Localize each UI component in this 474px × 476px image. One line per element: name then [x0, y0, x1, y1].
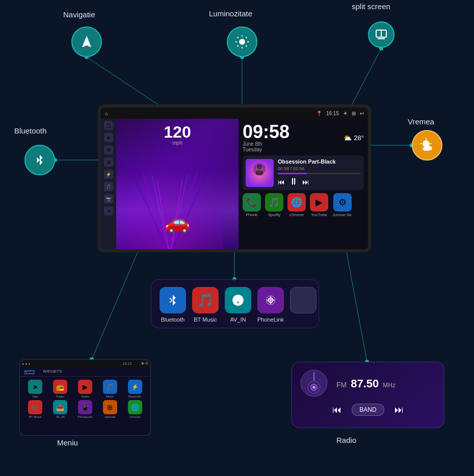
label-navigatie: Navigatie	[63, 10, 95, 19]
meniu-tabs: APPS WIDGETS	[20, 367, 150, 377]
panel-avin[interactable]: AV_IN	[225, 287, 251, 323]
app-phone[interactable]: 📞 Phone	[243, 193, 261, 217]
meniu-app-avin[interactable]: 📥 AV_IN	[49, 400, 72, 418]
music-info: Obsession Part-Black 00:58 / 02:56 ⏮ ⏸ ⏭	[278, 158, 361, 187]
radio-band-button[interactable]: BAND	[352, 404, 384, 416]
sidebar-media[interactable]: 🎵	[104, 182, 113, 191]
app-junsun-label: Junsun Se.	[332, 213, 353, 217]
meniu-nav-label: Nav	[33, 395, 38, 398]
label-bluetooth: Bluetooth	[14, 126, 46, 135]
app-junsun[interactable]: ⚙ Junsun Se.	[332, 193, 353, 217]
speed-display: 120 mph	[164, 124, 191, 146]
elapsed-time: 00:58	[278, 166, 289, 171]
radio-band: FM	[336, 381, 347, 389]
app-chrome[interactable]: 🌐 Chrome	[287, 193, 306, 217]
label-split-screen: split screen	[352, 2, 390, 11]
sidebar-camera[interactable]: 📷	[104, 194, 113, 203]
sidebar-extra[interactable]: ☀	[104, 206, 113, 216]
tab-widgets[interactable]: WIDGETS	[43, 369, 62, 374]
split-screen-icon[interactable]	[368, 21, 394, 48]
panel-empty[interactable]	[290, 287, 317, 323]
main-screen: ⌂ 📍 16:15 ☀ ⊞ ↩ ⌂ ➤ ⚙ ⊞ ⚡ 🎵 📷 ☀	[98, 104, 371, 252]
date-day: June 8th	[243, 141, 262, 147]
radio-controls: ⏮ BAND ⏭	[300, 404, 436, 416]
app-chrome-label: Chrome	[289, 213, 304, 217]
label-radio: Radio	[336, 436, 356, 444]
meniu-radio-label: Radio	[56, 395, 64, 398]
sidebar-bluetooth[interactable]: ⚡	[104, 170, 113, 179]
svg-point-41	[257, 165, 262, 170]
label-luminozitate: Luminozitate	[209, 9, 252, 18]
panel-bluetooth-icon	[160, 287, 186, 313]
svg-line-43	[170, 298, 172, 300]
app-icons-row: 📞 Phone 🎵 Spotify 🌐 Chrome ▶ YouTube ⚙	[243, 193, 364, 217]
radio-prev[interactable]: ⏮	[332, 405, 341, 415]
label-meniu: Meniu	[57, 438, 78, 447]
navigatie-icon[interactable]	[71, 27, 102, 57]
bluetooth-icon[interactable]	[24, 145, 55, 175]
meniu-app-grid: ➤ Nav 📻 Radio ▶ Video 🎵 Music ⚡ Bluetoot…	[20, 377, 150, 421]
status-time: 16:15	[326, 111, 339, 116]
app-spotify[interactable]: 🎵 Spotify	[265, 193, 283, 217]
time-weather-row: 09:58 June 8th Tuesday ⛅ 28°	[243, 123, 364, 152]
temperature: 28°	[354, 134, 364, 142]
prev-button[interactable]: ⏮	[278, 178, 285, 186]
panel-btmusic-icon: 🎵	[192, 287, 219, 313]
album-art	[246, 159, 274, 187]
app-spotify-label: Spotify	[268, 213, 280, 217]
meniu-app-nav[interactable]: ➤ Nav	[24, 380, 47, 398]
panel-phonelink[interactable]: PhoneLink	[257, 287, 284, 323]
music-progress-bar[interactable]	[278, 173, 361, 174]
meniu-app-btmusic[interactable]: 🎶 BT Music	[24, 400, 47, 418]
svg-point-48	[270, 299, 272, 301]
panel-btmusic[interactable]: 🎵 BT Music	[192, 287, 219, 323]
music-title: Obsession Part-Black	[278, 158, 361, 165]
sidebar-nav[interactable]: ➤	[104, 133, 113, 142]
radio-antenna-icon	[300, 369, 328, 398]
svg-line-44	[170, 300, 172, 303]
svg-line-6	[92, 252, 138, 359]
next-button[interactable]: ⏭	[302, 178, 309, 186]
meniu-app-aplicatii[interactable]: ⊞ Aplicatii	[98, 400, 121, 418]
status-split: ⊞	[352, 111, 356, 116]
weather-icon[interactable]	[412, 130, 442, 161]
app-youtube[interactable]: ▶ YouTube	[310, 193, 328, 217]
luminozitate-icon[interactable]	[227, 27, 257, 57]
app-phone-label: Phone	[246, 213, 257, 217]
meniu-app-phonelink[interactable]: 📱 PhoneLink	[74, 400, 97, 418]
radio-freq-row: FM 87.50 MHz	[336, 377, 436, 390]
total-time: 02:56	[293, 166, 305, 171]
meniu-app-music[interactable]: 🎵 Music	[98, 380, 121, 398]
meniu-chrome-label: Chrome	[129, 415, 140, 418]
panel-bluetooth[interactable]: Bluetooth	[160, 287, 186, 323]
weather-icon-small: ⛅	[344, 134, 352, 142]
meniu-music-label: Music	[106, 395, 114, 398]
panel-avin-label: AV_IN	[230, 316, 246, 323]
svg-point-28	[424, 145, 429, 149]
sidebar-settings[interactable]: ⚙	[104, 145, 113, 154]
music-progress-fill	[278, 173, 307, 174]
panel-empty-icon	[290, 287, 317, 313]
radio-unit: MHz	[383, 382, 396, 389]
svg-line-7	[347, 252, 367, 362]
svg-point-54	[312, 386, 315, 389]
tab-apps[interactable]: APPS	[24, 369, 35, 374]
radio-next[interactable]: ⏭	[394, 405, 404, 415]
meniu-panel: ● ● ● 16:15 ▶ ⊞ APPS WIDGETS ➤ Nav 📻 Rad…	[19, 359, 151, 436]
play-pause-button[interactable]: ⏸	[289, 176, 298, 187]
sidebar-grid[interactable]: ⊞	[104, 157, 113, 167]
meniu-avin-label: AV_IN	[56, 415, 65, 418]
meniu-statusbar: ● ● ● 16:15 ▶ ⊞	[20, 360, 150, 367]
meniu-bt-label: Bluetooth	[128, 395, 141, 398]
current-date: June 8th Tuesday	[243, 141, 289, 152]
status-location: 📍	[316, 111, 322, 116]
screen-right-panel: 09:58 June 8th Tuesday ⛅ 28°	[239, 119, 368, 249]
music-player: Obsession Part-Black 00:58 / 02:56 ⏮ ⏸ ⏭	[243, 155, 364, 190]
svg-rect-42	[256, 170, 263, 175]
meniu-app-video[interactable]: ▶ Video	[74, 380, 97, 398]
meniu-app-radio[interactable]: 📻 Radio	[49, 380, 72, 398]
meniu-app-bt[interactable]: ⚡ Bluetooth	[123, 380, 146, 398]
meniu-app-chrome[interactable]: 🌐 Chrome	[123, 400, 146, 418]
sidebar-home[interactable]: ⌂	[104, 121, 113, 130]
status-brightness: ☀	[343, 111, 348, 116]
